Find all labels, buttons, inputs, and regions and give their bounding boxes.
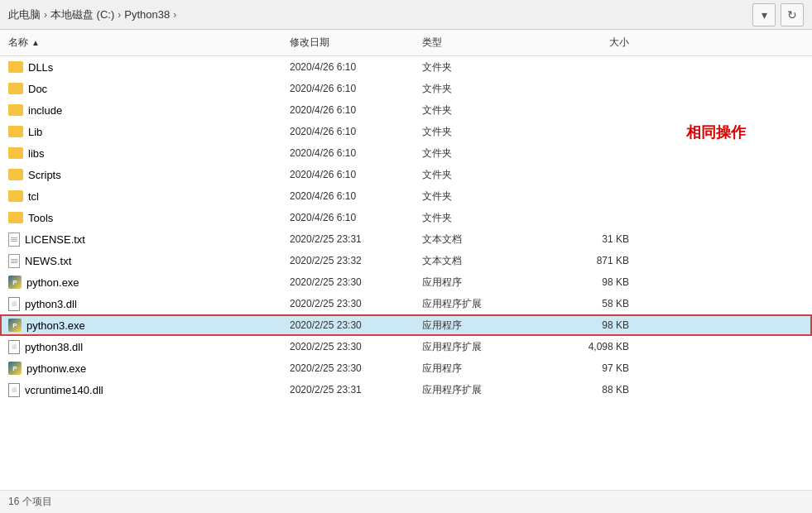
table-row[interactable]: libs 2020/4/26 6:10 文件夹 xyxy=(0,142,812,164)
file-name: Scripts xyxy=(28,169,61,181)
file-size: 98 KB xyxy=(546,276,629,288)
table-row[interactable]: P pythonw.exe 2020/2/25 23:30 应用程序 97 KB xyxy=(0,357,812,379)
file-date: 2020/4/26 6:10 xyxy=(290,147,422,159)
table-row[interactable]: P python.exe 2020/2/25 23:30 应用程序 98 KB xyxy=(0,271,812,293)
file-explorer: 此电脑 › 本地磁盘 (C:) › Python38 › ▾ ↻ 名称 ▲ 修改… xyxy=(0,0,812,513)
file-size: 58 KB xyxy=(546,298,629,309)
folder-icon xyxy=(8,190,23,202)
file-type: 文本文档 xyxy=(422,233,546,247)
dropdown-button[interactable]: ▾ xyxy=(752,3,776,26)
file-date: 2020/4/26 6:10 xyxy=(290,190,422,202)
file-date: 2020/2/25 23:30 xyxy=(290,298,422,309)
file-date: 2020/4/26 6:10 xyxy=(290,104,422,116)
table-row[interactable]: NEWS.txt 2020/2/25 23:32 文本文档 871 KB xyxy=(0,250,812,271)
file-size: 871 KB xyxy=(546,255,629,266)
file-type: 文件夹 xyxy=(422,211,546,225)
file-type: 文件夹 xyxy=(422,103,546,117)
breadcrumb-sep-2: › xyxy=(173,9,176,21)
dll-icon: ⬜ xyxy=(8,297,20,311)
col-header-name[interactable]: 名称 ▲ xyxy=(8,36,290,50)
file-name: vcruntime140.dll xyxy=(25,384,103,396)
file-date: 2020/4/26 6:10 xyxy=(290,61,422,73)
folder-icon xyxy=(8,126,23,137)
file-name: tcl xyxy=(28,190,39,203)
folder-icon xyxy=(8,104,23,116)
exe-icon: P xyxy=(8,362,22,375)
file-type: 应用程序 xyxy=(422,362,546,376)
file-type: 文件夹 xyxy=(422,82,546,96)
sort-icon: ▲ xyxy=(31,38,40,47)
file-name: python38.dll xyxy=(25,341,83,353)
folder-icon xyxy=(8,61,23,73)
file-date: 2020/2/25 23:30 xyxy=(290,362,422,374)
file-name: python3.exe xyxy=(26,319,85,332)
table-row[interactable]: include 2020/4/26 6:10 文件夹 xyxy=(0,99,812,121)
folder-icon xyxy=(8,212,23,223)
file-date: 2020/2/25 23:30 xyxy=(290,276,422,288)
file-name: python.exe xyxy=(26,276,79,289)
file-date: 2020/2/25 23:32 xyxy=(290,255,422,266)
file-type: 文件夹 xyxy=(422,146,546,161)
table-row[interactable]: ⬜ python38.dll 2020/2/25 23:30 应用程序扩展 4,… xyxy=(0,336,812,357)
file-date: 2020/4/26 6:10 xyxy=(290,212,422,223)
file-size: 98 KB xyxy=(546,319,629,331)
file-date: 2020/4/26 6:10 xyxy=(290,126,422,137)
file-date: 2020/2/25 23:31 xyxy=(290,384,422,396)
file-size: 31 KB xyxy=(546,233,629,245)
file-date: 2020/4/26 6:10 xyxy=(290,83,422,94)
file-name: Doc xyxy=(28,83,47,95)
file-type: 文件夹 xyxy=(422,168,546,182)
file-name: DLLs xyxy=(28,61,53,74)
file-type: 应用程序 xyxy=(422,319,546,333)
table-row[interactable]: DLLs 2020/4/26 6:10 文件夹 xyxy=(0,56,812,78)
file-type: 应用程序扩展 xyxy=(422,297,546,311)
breadcrumb-part-2[interactable]: Python38 xyxy=(124,8,170,21)
file-name: NEWS.txt xyxy=(25,255,71,267)
table-row[interactable]: ⬜ python3.dll 2020/2/25 23:30 应用程序扩展 58 … xyxy=(0,293,812,314)
file-date: 2020/2/25 23:31 xyxy=(290,233,422,245)
col-header-date[interactable]: 修改日期 xyxy=(290,36,422,50)
table-row[interactable]: Doc 2020/4/26 6:10 文件夹 xyxy=(0,78,812,99)
folder-icon xyxy=(8,147,23,159)
txt-icon xyxy=(8,233,20,247)
file-date: 2020/2/25 23:30 xyxy=(290,341,422,352)
breadcrumb-sep-1: › xyxy=(118,9,121,21)
table-row[interactable]: LICENSE.txt 2020/2/25 23:31 文本文档 31 KB xyxy=(0,228,812,250)
file-name: libs xyxy=(28,147,45,160)
file-size: 97 KB xyxy=(546,362,629,374)
txt-icon xyxy=(8,254,20,268)
file-size: 88 KB xyxy=(546,384,629,396)
col-header-size[interactable]: 大小 xyxy=(546,36,629,50)
status-bar: 16 个项目 xyxy=(0,490,812,513)
breadcrumb-sep-0: › xyxy=(44,9,47,21)
table-row[interactable]: Lib 2020/4/26 6:10 文件夹 xyxy=(0,121,812,142)
file-type: 文件夹 xyxy=(422,125,546,139)
file-name: pythonw.exe xyxy=(26,362,86,375)
file-type: 应用程序扩展 xyxy=(422,383,546,397)
file-size: 4,098 KB xyxy=(546,341,629,352)
file-date: 2020/4/26 6:10 xyxy=(290,169,422,180)
refresh-button[interactable]: ↻ xyxy=(781,3,804,26)
breadcrumb-part-1[interactable]: 本地磁盘 (C:) xyxy=(50,7,114,22)
exe-icon: P xyxy=(8,319,22,332)
exe-icon: P xyxy=(8,276,22,289)
file-type: 文件夹 xyxy=(422,189,546,204)
file-name: LICENSE.txt xyxy=(25,233,85,246)
table-row[interactable]: Scripts 2020/4/26 6:10 文件夹 xyxy=(0,164,812,185)
file-type: 应用程序 xyxy=(422,276,546,290)
table-row[interactable]: ⬜ vcruntime140.dll 2020/2/25 23:31 应用程序扩… xyxy=(0,379,812,400)
file-name: python3.dll xyxy=(25,298,77,310)
file-name: Lib xyxy=(28,126,42,138)
nav-buttons: ▾ ↻ xyxy=(752,3,804,26)
status-text: 16 个项目 xyxy=(8,495,52,509)
dll-icon: ⬜ xyxy=(8,383,20,397)
table-row[interactable]: Tools 2020/4/26 6:10 文件夹 xyxy=(0,207,812,228)
breadcrumb-bar: 此电脑 › 本地磁盘 (C:) › Python38 › ▾ ↻ xyxy=(0,0,812,30)
breadcrumb-part-0[interactable]: 此电脑 xyxy=(8,7,41,22)
table-row[interactable]: tcl 2020/4/26 6:10 文件夹 xyxy=(0,185,812,207)
table-row[interactable]: P python3.exe 2020/2/25 23:30 应用程序 98 KB xyxy=(0,314,812,336)
file-type: 文本文档 xyxy=(422,254,546,268)
col-header-type[interactable]: 类型 xyxy=(422,36,546,50)
folder-icon xyxy=(8,169,23,180)
file-list: DLLs 2020/4/26 6:10 文件夹 Doc 2020/4/26 6:… xyxy=(0,56,812,490)
